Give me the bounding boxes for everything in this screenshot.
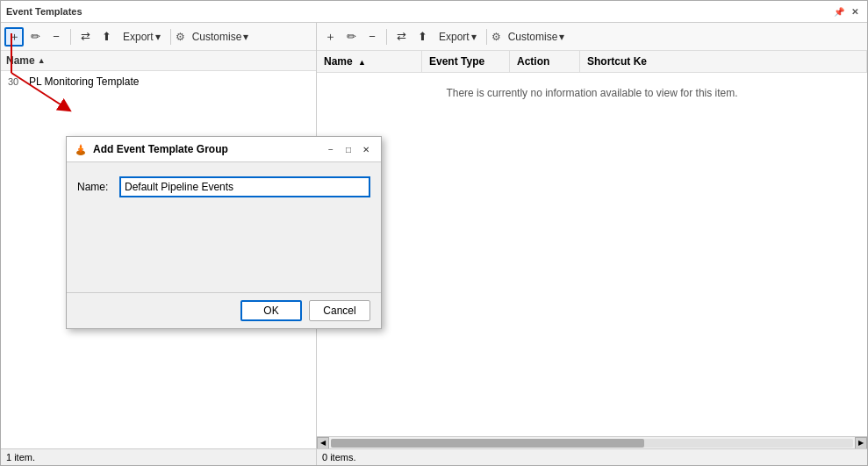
dialog-maximize-button[interactable]: □ bbox=[341, 141, 356, 157]
left-customise-dropdown[interactable]: Customise ▾ bbox=[187, 28, 255, 46]
right-edit-button[interactable]: ✏ bbox=[341, 27, 361, 47]
left-customise-label: Customise bbox=[192, 31, 242, 43]
left-toolbar-separator2 bbox=[170, 29, 171, 45]
right-export-label: Export bbox=[439, 31, 470, 43]
right-share-button[interactable]: ⇄ bbox=[391, 27, 411, 47]
scrollbar-track[interactable] bbox=[331, 439, 853, 448]
dialog-title-text: Add Event Template Group bbox=[93, 143, 228, 155]
right-item-count: 0 items. bbox=[322, 452, 356, 462]
title-bar: Event Templates 📌 ✕ bbox=[1, 1, 867, 23]
left-status: 1 item. bbox=[1, 449, 317, 465]
right-event-type-col: Event Type bbox=[422, 51, 510, 72]
right-content: There is currently no information availa… bbox=[317, 73, 867, 436]
right-name-col: Name ▲ bbox=[317, 51, 422, 72]
dialog-footer: OK Cancel bbox=[67, 292, 381, 328]
dialog-close-button[interactable]: ✕ bbox=[358, 141, 374, 157]
name-field-row: Name: bbox=[77, 176, 370, 197]
bottom-row: 1 item. 0 items. bbox=[1, 448, 867, 465]
left-item-count: 1 item. bbox=[6, 452, 35, 462]
item-number: 30 bbox=[8, 76, 25, 87]
left-share-button[interactable]: ⇄ bbox=[75, 27, 95, 47]
right-customise-dropdown[interactable]: Customise ▾ bbox=[503, 28, 570, 46]
cancel-button[interactable]: Cancel bbox=[309, 300, 370, 321]
right-name-sort: ▲ bbox=[358, 58, 366, 67]
right-delete-button[interactable]: − bbox=[362, 27, 382, 47]
right-toolbar-sep1 bbox=[386, 29, 387, 45]
left-delete-button[interactable]: − bbox=[47, 27, 66, 47]
scroll-right-button[interactable]: ▶ bbox=[855, 437, 867, 449]
left-edit-button[interactable]: ✏ bbox=[25, 27, 45, 47]
left-export-arrow: ▾ bbox=[155, 31, 161, 43]
pin-button[interactable]: 📌 bbox=[832, 4, 846, 18]
dialog-body: Name: bbox=[67, 162, 381, 292]
left-name-header: Name bbox=[6, 54, 35, 67]
scroll-left-button[interactable]: ◀ bbox=[317, 437, 329, 449]
ok-button[interactable]: OK bbox=[240, 300, 302, 321]
list-item[interactable]: 30 PL Monitoring Template bbox=[1, 73, 316, 90]
right-customise-label: Customise bbox=[508, 31, 558, 43]
dialog: Add Event Template Group − □ ✕ Name: OK … bbox=[66, 136, 382, 329]
right-action-col: Action bbox=[510, 51, 580, 72]
right-gear-icon: ⚙ bbox=[491, 31, 501, 43]
right-customise-arrow: ▾ bbox=[559, 31, 564, 43]
left-export-dropdown[interactable]: Export ▾ bbox=[118, 28, 166, 46]
right-name-label: Name bbox=[324, 55, 353, 68]
left-toolbar-separator1 bbox=[70, 29, 71, 45]
dialog-minimize-button[interactable]: − bbox=[323, 141, 339, 157]
right-pane: ＋ ✏ − ⇄ ⬆ Export ▾ ⚙ Customise ▾ bbox=[317, 23, 867, 448]
dialog-title-left: Add Event Template Group bbox=[74, 142, 228, 156]
scrollbar-thumb[interactable] bbox=[331, 439, 644, 448]
right-toolbar-sep2 bbox=[486, 29, 487, 45]
dialog-controls: − □ ✕ bbox=[323, 141, 374, 157]
name-field-label: Name: bbox=[77, 181, 112, 193]
window-title: Event Templates bbox=[6, 6, 82, 17]
right-action-label: Action bbox=[517, 55, 549, 68]
close-title-button[interactable]: ✕ bbox=[848, 4, 862, 18]
dialog-titlebar: Add Event Template Group − □ ✕ bbox=[67, 137, 381, 162]
left-export-label: Export bbox=[123, 31, 154, 43]
right-export-arrow: ▾ bbox=[471, 31, 477, 43]
right-status: 0 items. bbox=[317, 449, 867, 465]
right-scrollbar[interactable]: ◀ ▶ bbox=[317, 436, 867, 448]
title-bar-controls: 📌 ✕ bbox=[832, 4, 862, 18]
left-import-button[interactable]: ⬆ bbox=[97, 27, 116, 47]
left-toolbar: ＋ ✏ − ⇄ ⬆ Export ▾ ⚙ Customise ▾ bbox=[1, 23, 316, 51]
left-add-button[interactable]: ＋ bbox=[4, 27, 24, 47]
dialog-app-icon bbox=[74, 142, 88, 156]
right-col-header: Name ▲ Event Type Action Shortcut Ke bbox=[317, 51, 867, 73]
name-field-input[interactable] bbox=[119, 176, 370, 197]
right-event-type-label: Event Type bbox=[429, 55, 484, 68]
no-info-text: There is currently no information availa… bbox=[446, 87, 737, 99]
left-gear-icon: ⚙ bbox=[176, 31, 185, 43]
right-import-button[interactable]: ⬆ bbox=[412, 27, 432, 47]
right-shortcut-col: Shortcut Ke bbox=[580, 51, 867, 72]
right-add-button[interactable]: ＋ bbox=[320, 27, 340, 47]
dialog-spacer bbox=[77, 208, 370, 278]
right-shortcut-label: Shortcut Ke bbox=[587, 55, 647, 68]
left-sort-arrow: ▲ bbox=[38, 56, 46, 65]
right-export-dropdown[interactable]: Export ▾ bbox=[434, 28, 482, 46]
left-customise-arrow: ▾ bbox=[243, 31, 248, 43]
left-col-header: Name ▲ bbox=[1, 51, 316, 71]
item-label: PL Monitoring Template bbox=[29, 75, 139, 88]
right-toolbar: ＋ ✏ − ⇄ ⬆ Export ▾ ⚙ Customise ▾ bbox=[317, 23, 867, 51]
